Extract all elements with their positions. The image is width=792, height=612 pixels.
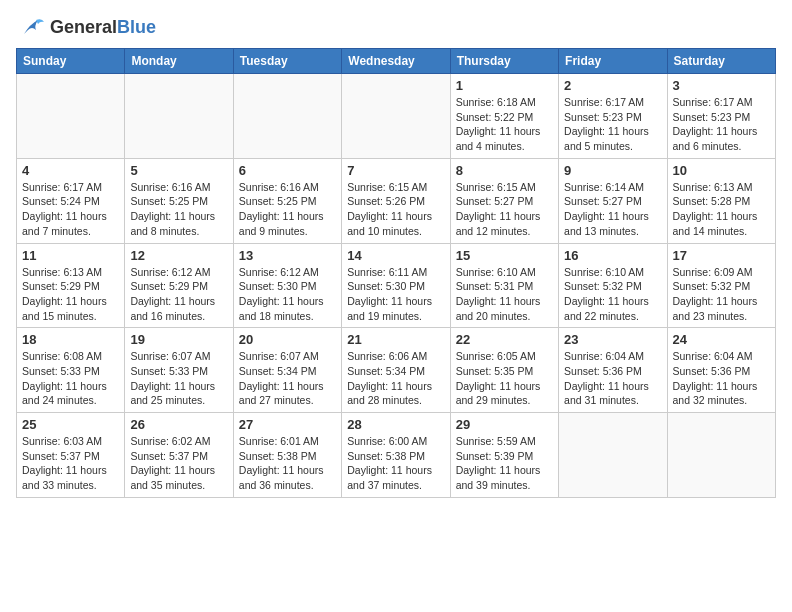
day-number: 3 (673, 78, 770, 93)
day-info: Sunrise: 6:10 AMSunset: 5:31 PMDaylight:… (456, 265, 553, 324)
calendar-week-row: 25Sunrise: 6:03 AMSunset: 5:37 PMDayligh… (17, 413, 776, 498)
calendar-cell: 28Sunrise: 6:00 AMSunset: 5:38 PMDayligh… (342, 413, 450, 498)
calendar-table: SundayMondayTuesdayWednesdayThursdayFrid… (16, 48, 776, 498)
day-info: Sunrise: 6:17 AMSunset: 5:23 PMDaylight:… (673, 95, 770, 154)
calendar-cell: 23Sunrise: 6:04 AMSunset: 5:36 PMDayligh… (559, 328, 667, 413)
calendar-cell: 27Sunrise: 6:01 AMSunset: 5:38 PMDayligh… (233, 413, 341, 498)
calendar-body: 1Sunrise: 6:18 AMSunset: 5:22 PMDaylight… (17, 74, 776, 498)
day-info: Sunrise: 6:12 AMSunset: 5:30 PMDaylight:… (239, 265, 336, 324)
day-info: Sunrise: 6:06 AMSunset: 5:34 PMDaylight:… (347, 349, 444, 408)
day-info: Sunrise: 5:59 AMSunset: 5:39 PMDaylight:… (456, 434, 553, 493)
calendar-header: SundayMondayTuesdayWednesdayThursdayFrid… (17, 49, 776, 74)
calendar-cell: 16Sunrise: 6:10 AMSunset: 5:32 PMDayligh… (559, 243, 667, 328)
day-number: 5 (130, 163, 227, 178)
day-number: 8 (456, 163, 553, 178)
day-info: Sunrise: 6:14 AMSunset: 5:27 PMDaylight:… (564, 180, 661, 239)
calendar-cell: 14Sunrise: 6:11 AMSunset: 5:30 PMDayligh… (342, 243, 450, 328)
weekday-header-thursday: Thursday (450, 49, 558, 74)
calendar-cell (233, 74, 341, 159)
day-number: 26 (130, 417, 227, 432)
day-number: 16 (564, 248, 661, 263)
day-info: Sunrise: 6:16 AMSunset: 5:25 PMDaylight:… (130, 180, 227, 239)
day-info: Sunrise: 6:15 AMSunset: 5:26 PMDaylight:… (347, 180, 444, 239)
calendar-cell: 21Sunrise: 6:06 AMSunset: 5:34 PMDayligh… (342, 328, 450, 413)
day-info: Sunrise: 6:08 AMSunset: 5:33 PMDaylight:… (22, 349, 119, 408)
calendar-cell (667, 413, 775, 498)
weekday-header-wednesday: Wednesday (342, 49, 450, 74)
day-number: 13 (239, 248, 336, 263)
day-info: Sunrise: 6:17 AMSunset: 5:24 PMDaylight:… (22, 180, 119, 239)
day-info: Sunrise: 6:11 AMSunset: 5:30 PMDaylight:… (347, 265, 444, 324)
day-info: Sunrise: 6:07 AMSunset: 5:34 PMDaylight:… (239, 349, 336, 408)
calendar-week-row: 1Sunrise: 6:18 AMSunset: 5:22 PMDaylight… (17, 74, 776, 159)
calendar-cell: 8Sunrise: 6:15 AMSunset: 5:27 PMDaylight… (450, 158, 558, 243)
calendar-cell: 22Sunrise: 6:05 AMSunset: 5:35 PMDayligh… (450, 328, 558, 413)
day-number: 23 (564, 332, 661, 347)
calendar-cell: 29Sunrise: 5:59 AMSunset: 5:39 PMDayligh… (450, 413, 558, 498)
calendar-cell: 20Sunrise: 6:07 AMSunset: 5:34 PMDayligh… (233, 328, 341, 413)
calendar-cell: 19Sunrise: 6:07 AMSunset: 5:33 PMDayligh… (125, 328, 233, 413)
day-number: 28 (347, 417, 444, 432)
calendar-cell: 24Sunrise: 6:04 AMSunset: 5:36 PMDayligh… (667, 328, 775, 413)
calendar-cell: 7Sunrise: 6:15 AMSunset: 5:26 PMDaylight… (342, 158, 450, 243)
day-number: 29 (456, 417, 553, 432)
day-info: Sunrise: 6:05 AMSunset: 5:35 PMDaylight:… (456, 349, 553, 408)
calendar-cell: 11Sunrise: 6:13 AMSunset: 5:29 PMDayligh… (17, 243, 125, 328)
day-info: Sunrise: 6:13 AMSunset: 5:28 PMDaylight:… (673, 180, 770, 239)
day-info: Sunrise: 6:12 AMSunset: 5:29 PMDaylight:… (130, 265, 227, 324)
day-number: 4 (22, 163, 119, 178)
day-info: Sunrise: 6:17 AMSunset: 5:23 PMDaylight:… (564, 95, 661, 154)
calendar-cell: 6Sunrise: 6:16 AMSunset: 5:25 PMDaylight… (233, 158, 341, 243)
day-number: 22 (456, 332, 553, 347)
logo-icon (16, 16, 46, 40)
calendar-cell: 5Sunrise: 6:16 AMSunset: 5:25 PMDaylight… (125, 158, 233, 243)
day-number: 17 (673, 248, 770, 263)
day-number: 25 (22, 417, 119, 432)
day-info: Sunrise: 6:04 AMSunset: 5:36 PMDaylight:… (564, 349, 661, 408)
calendar-cell: 25Sunrise: 6:03 AMSunset: 5:37 PMDayligh… (17, 413, 125, 498)
day-number: 18 (22, 332, 119, 347)
weekday-header-saturday: Saturday (667, 49, 775, 74)
day-number: 7 (347, 163, 444, 178)
day-number: 12 (130, 248, 227, 263)
day-number: 15 (456, 248, 553, 263)
calendar-cell: 13Sunrise: 6:12 AMSunset: 5:30 PMDayligh… (233, 243, 341, 328)
day-number: 11 (22, 248, 119, 263)
day-info: Sunrise: 6:02 AMSunset: 5:37 PMDaylight:… (130, 434, 227, 493)
calendar-cell: 9Sunrise: 6:14 AMSunset: 5:27 PMDaylight… (559, 158, 667, 243)
day-info: Sunrise: 6:00 AMSunset: 5:38 PMDaylight:… (347, 434, 444, 493)
day-info: Sunrise: 6:16 AMSunset: 5:25 PMDaylight:… (239, 180, 336, 239)
day-number: 6 (239, 163, 336, 178)
calendar-cell (17, 74, 125, 159)
calendar-week-row: 11Sunrise: 6:13 AMSunset: 5:29 PMDayligh… (17, 243, 776, 328)
weekday-header-monday: Monday (125, 49, 233, 74)
calendar-cell: 12Sunrise: 6:12 AMSunset: 5:29 PMDayligh… (125, 243, 233, 328)
day-info: Sunrise: 6:13 AMSunset: 5:29 PMDaylight:… (22, 265, 119, 324)
day-info: Sunrise: 6:10 AMSunset: 5:32 PMDaylight:… (564, 265, 661, 324)
calendar-cell: 18Sunrise: 6:08 AMSunset: 5:33 PMDayligh… (17, 328, 125, 413)
day-info: Sunrise: 6:01 AMSunset: 5:38 PMDaylight:… (239, 434, 336, 493)
calendar-cell: 1Sunrise: 6:18 AMSunset: 5:22 PMDaylight… (450, 74, 558, 159)
weekday-header-tuesday: Tuesday (233, 49, 341, 74)
weekday-header-sunday: Sunday (17, 49, 125, 74)
day-info: Sunrise: 6:04 AMSunset: 5:36 PMDaylight:… (673, 349, 770, 408)
calendar-cell (559, 413, 667, 498)
weekday-header-friday: Friday (559, 49, 667, 74)
day-info: Sunrise: 6:07 AMSunset: 5:33 PMDaylight:… (130, 349, 227, 408)
day-info: Sunrise: 6:09 AMSunset: 5:32 PMDaylight:… (673, 265, 770, 324)
day-info: Sunrise: 6:15 AMSunset: 5:27 PMDaylight:… (456, 180, 553, 239)
day-number: 14 (347, 248, 444, 263)
day-number: 1 (456, 78, 553, 93)
calendar-cell (342, 74, 450, 159)
calendar-week-row: 4Sunrise: 6:17 AMSunset: 5:24 PMDaylight… (17, 158, 776, 243)
day-number: 2 (564, 78, 661, 93)
day-number: 19 (130, 332, 227, 347)
day-number: 20 (239, 332, 336, 347)
calendar-cell (125, 74, 233, 159)
calendar-cell: 2Sunrise: 6:17 AMSunset: 5:23 PMDaylight… (559, 74, 667, 159)
day-info: Sunrise: 6:18 AMSunset: 5:22 PMDaylight:… (456, 95, 553, 154)
logo: GeneralBlue (16, 16, 156, 40)
weekday-header-row: SundayMondayTuesdayWednesdayThursdayFrid… (17, 49, 776, 74)
day-info: Sunrise: 6:03 AMSunset: 5:37 PMDaylight:… (22, 434, 119, 493)
calendar-cell: 3Sunrise: 6:17 AMSunset: 5:23 PMDaylight… (667, 74, 775, 159)
